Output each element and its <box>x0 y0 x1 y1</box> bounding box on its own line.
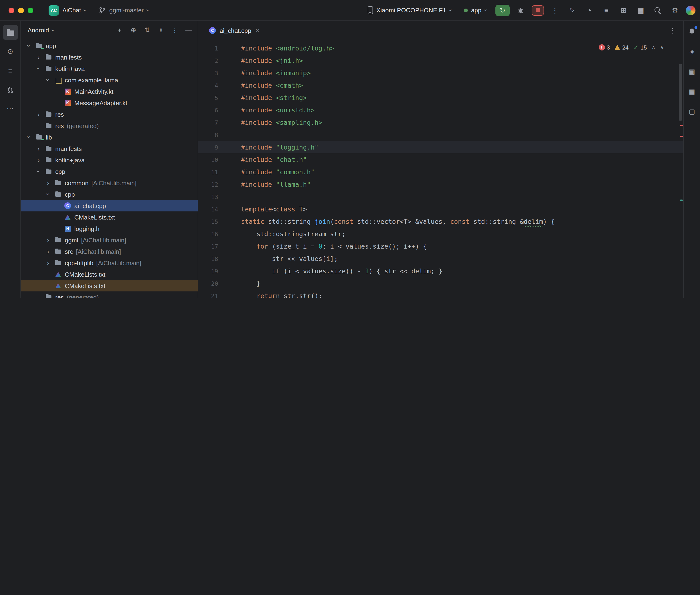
code-line-2[interactable]: 2#include <jni.h> <box>198 54 683 67</box>
code-line-3[interactable]: 3#include <iomanip> <box>198 67 683 79</box>
chevron-down-icon[interactable]: › <box>35 168 43 175</box>
tree-item-mainactivity-kt[interactable]: KMainActivity.kt <box>21 86 198 97</box>
code-line-4[interactable]: 4#include <cmath> <box>198 79 683 91</box>
project-widget[interactable]: AC AiChat › <box>45 3 90 18</box>
code-line-13[interactable]: 13 <box>198 191 683 203</box>
tree-item-messageadapter-kt[interactable]: KMessageAdapter.kt <box>21 97 198 109</box>
pull-requests-tool-button[interactable] <box>3 82 18 97</box>
tree-item-ggml[interactable]: ›ggml[AiChat.lib.main] <box>21 234 198 246</box>
chevron-right-icon[interactable]: › <box>35 145 42 152</box>
tree-item-common[interactable]: ›common[AiChat.lib.main] <box>21 177 198 189</box>
collapse-all-icon[interactable]: ⇳ <box>156 25 166 35</box>
code-line-11[interactable]: 11#include "common.h" <box>198 166 683 178</box>
debug-button[interactable] <box>514 4 527 17</box>
panel-options-kebab-icon[interactable]: ⋮ <box>170 25 180 35</box>
tree-item-res[interactable]: ›res <box>21 109 198 120</box>
code-line-19[interactable]: 19 if (i < values.size() - 1) { str << d… <box>198 265 683 277</box>
close-window-button[interactable] <box>8 7 14 13</box>
passed-count[interactable]: ✓15 <box>633 44 647 51</box>
tree-item-res[interactable]: res(generated) <box>21 291 198 298</box>
errors-count[interactable]: !3 <box>598 44 610 51</box>
code-line-16[interactable]: 16 std::ostringstream str; <box>198 228 683 240</box>
editor-scrollbar[interactable] <box>679 64 682 121</box>
tree-item-manifests[interactable]: ›manifests <box>21 143 198 154</box>
close-tab-icon[interactable]: × <box>256 27 259 34</box>
previous-issue-icon[interactable]: ∧ <box>652 44 655 51</box>
locate-file-icon[interactable]: ⊕ <box>128 25 139 35</box>
project-view-mode[interactable]: Android <box>28 26 49 34</box>
chevron-down-icon[interactable]: › <box>25 134 33 140</box>
chevron-down-icon[interactable]: › <box>35 65 43 72</box>
tree-item-cmakelists-txt[interactable]: CMakeLists.txt <box>21 211 198 223</box>
chevron-right-icon[interactable]: › <box>45 236 52 244</box>
chevron-down-icon[interactable]: › <box>50 29 56 31</box>
code-line-8[interactable]: 8 <box>198 129 683 141</box>
tree-item-lib[interactable]: ›lib <box>21 132 198 143</box>
code-line-18[interactable]: 18 str << values[i]; <box>198 252 683 265</box>
chevron-right-icon[interactable]: › <box>35 111 42 118</box>
project-tool-button[interactable] <box>3 25 18 40</box>
add-icon[interactable]: + <box>114 25 125 35</box>
ai-pen-icon[interactable]: ✎ <box>566 4 578 17</box>
logcat-toolbar-icon[interactable]: ≡ <box>600 4 613 17</box>
chevron-down-icon[interactable]: › <box>44 77 52 83</box>
chevron-down-icon[interactable]: › <box>25 42 33 49</box>
code-line-14[interactable]: 14template<class T> <box>198 203 683 215</box>
chevron-right-icon[interactable]: › <box>35 156 42 164</box>
minimize-window-button[interactable] <box>18 7 24 13</box>
commit-tool-button[interactable]: ⊙ <box>3 44 18 59</box>
chevron-right-icon[interactable]: › <box>45 179 52 187</box>
app-inspection-icon[interactable]: ⊞ <box>617 4 630 17</box>
rerun-button[interactable]: ↻ <box>496 4 510 16</box>
notifications-button[interactable] <box>686 26 698 37</box>
tree-item-com-example-llama[interactable]: ›com.example.llama <box>21 74 198 86</box>
code-line-21[interactable]: 21 return str.str(); <box>198 289 683 298</box>
code-line-7[interactable]: 7#include <sampling.h> <box>198 116 683 129</box>
next-issue-icon[interactable]: ∨ <box>660 44 664 51</box>
tree-item-kotlin-java[interactable]: ›kotlin+java <box>21 63 198 74</box>
code-editor[interactable]: !3 24 ✓15 ∧ ∨ 1#include <android/log.h>2… <box>198 40 683 298</box>
chevron-right-icon[interactable]: › <box>45 248 52 255</box>
tree-item-manifests[interactable]: ›manifests <box>21 51 198 63</box>
code-line-15[interactable]: 15static std::string join(const std::vec… <box>198 215 683 228</box>
structure-tool-button[interactable]: ≡ <box>3 63 18 78</box>
chevron-right-icon[interactable]: › <box>45 259 52 267</box>
chevron-down-icon[interactable]: › <box>44 191 52 198</box>
tree-item-cpp[interactable]: ›cpp <box>21 166 198 177</box>
code-line-20[interactable]: 20 } <box>198 277 683 289</box>
search-everywhere-button[interactable] <box>652 4 664 17</box>
code-line-6[interactable]: 6#include <unistd.h> <box>198 104 683 116</box>
code-line-12[interactable]: 12#include "llama.h" <box>198 178 683 191</box>
vcs-widget[interactable]: ggml-master › <box>95 5 153 16</box>
zoom-window-button[interactable] <box>28 7 33 13</box>
tree-item-ai-chat-cpp[interactable]: Cai_chat.cpp <box>21 200 198 211</box>
run-configuration-selector[interactable]: app › <box>460 5 491 16</box>
gemini-avatar-icon[interactable] <box>686 5 696 15</box>
more-tools-button[interactable]: ⋯ <box>3 101 18 116</box>
warnings-count[interactable]: 24 <box>615 44 629 51</box>
tree-item-kotlin-java[interactable]: ›kotlin+java <box>21 154 198 166</box>
inspection-widget[interactable]: !3 24 ✓15 ∧ ∨ <box>598 44 664 51</box>
gradle-tool-button[interactable]: ◈ <box>686 46 698 57</box>
stop-button[interactable] <box>532 5 544 16</box>
tree-item-cmakelists-txt[interactable]: CMakeLists.txt <box>21 280 198 291</box>
layout-inspector-tool-button[interactable]: ▦ <box>686 86 698 97</box>
profiler-icon[interactable]: ◔ <box>583 4 595 17</box>
running-devices-tool-button[interactable]: ▢ <box>686 106 698 117</box>
tree-item-logging-h[interactable]: Hlogging.h <box>21 223 198 234</box>
tree-item-res[interactable]: res(generated) <box>21 120 198 132</box>
error-stripe-mark[interactable] <box>680 125 682 126</box>
change-stripe-mark[interactable] <box>680 200 682 201</box>
device-selector[interactable]: Xiaomi POCOPHONE F1 › <box>364 4 455 16</box>
running-devices-icon[interactable]: ▤ <box>635 4 647 17</box>
editor-options-kebab-icon[interactable]: ⋮ <box>667 25 678 36</box>
settings-button[interactable]: ⚙ <box>669 4 681 17</box>
code-line-17[interactable]: 17 for (size_t i = 0; i < values.size();… <box>198 240 683 252</box>
code-line-10[interactable]: 10#include "chat.h" <box>198 153 683 166</box>
device-explorer-tool-button[interactable]: ▣ <box>686 66 698 77</box>
tree-item-cmakelists-txt[interactable]: CMakeLists.txt <box>21 268 198 280</box>
code-line-9[interactable]: 9#include "logging.h" <box>198 141 683 153</box>
run-options-kebab-icon[interactable]: ⋮ <box>549 4 561 17</box>
tree-item-src[interactable]: ›src[AiChat.lib.main] <box>21 246 198 257</box>
tree-item-cpp[interactable]: ›cpp <box>21 189 198 200</box>
